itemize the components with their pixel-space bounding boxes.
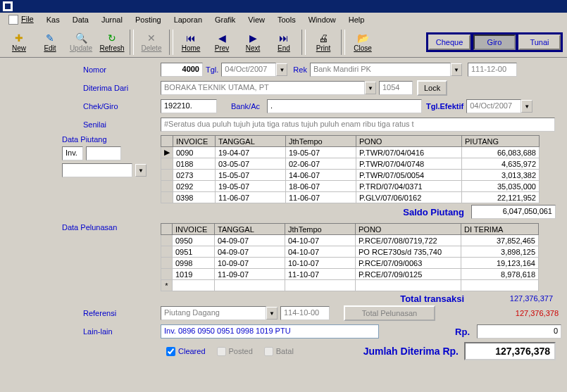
table-row[interactable]: 029219-05-0718-06-07P.TRD/07/04/037135,0…: [161, 181, 540, 192]
first-icon: ⏮: [185, 32, 197, 44]
filter-combo[interactable]: [62, 163, 132, 177]
print-button[interactable]: 🖨Print: [309, 29, 338, 56]
cleared-checkbox[interactable]: Cleared: [166, 347, 206, 356]
close-button[interactable]: 📂Close: [348, 29, 378, 56]
nomor-field[interactable]: 4000: [161, 63, 203, 77]
home-button[interactable]: ⏮Home: [176, 29, 206, 56]
print-icon: 🖨: [318, 32, 329, 44]
refresh-button[interactable]: ↻Refresh: [97, 29, 127, 56]
pelunasan-table: INVOICE TANGGAL JthTempo PONO DI TERIMA …: [161, 223, 539, 291]
tgl-label: Tgl.: [206, 65, 218, 74]
total-pelunasan-button[interactable]: Total Pelunasan: [344, 305, 435, 321]
table-row[interactable]: 039811-06-0711-06-07P.GLV/07/06/016222,1…: [161, 192, 540, 203]
toolbar-separator: [169, 30, 173, 55]
menu-laporan[interactable]: Laporan: [168, 14, 208, 25]
edit-icon: ✎: [44, 32, 56, 44]
chevron-down-icon[interactable]: ▼: [135, 164, 147, 177]
giro-button[interactable]: Giro: [473, 34, 516, 50]
menu-help[interactable]: Help: [343, 14, 370, 25]
edit-button[interactable]: ✎Edit: [35, 29, 65, 56]
menu-data[interactable]: Data: [67, 14, 94, 25]
menu-tools[interactable]: Tools: [272, 14, 301, 25]
referensi-field[interactable]: Piutang Dagang: [161, 306, 266, 320]
lainlain-field[interactable]: Inv. 0896 0950 0951 0998 1019 PTU: [161, 324, 379, 339]
diterima-code-field[interactable]: 1054: [379, 81, 413, 95]
chevron-down-icon[interactable]: ▼: [451, 63, 462, 76]
last-icon: ⏭: [278, 32, 289, 44]
lock-button[interactable]: Lock: [417, 80, 447, 96]
plus-icon: ✚: [13, 32, 25, 44]
batal-checkbox[interactable]: Batal: [264, 347, 294, 356]
menu-kas[interactable]: Kas: [41, 14, 66, 25]
rp-field[interactable]: 0: [477, 324, 561, 339]
table-row[interactable]: 095104-09-0704-10-07PO RCE730s/d 735,740…: [161, 246, 539, 258]
menu-jurnal[interactable]: Jurnal: [96, 14, 128, 25]
menu-file[interactable]: File: [3, 13, 39, 26]
update-button[interactable]: 🔍Update: [66, 29, 96, 56]
delete-icon: ✕: [146, 32, 157, 44]
close-icon: 📂: [357, 32, 368, 44]
data-pelunasan-label: Data Pelunasan: [62, 223, 161, 232]
menu-posting[interactable]: Posting: [130, 14, 167, 25]
delete-button[interactable]: ✕Delete: [137, 29, 166, 56]
jumlah-label: Jumlah Diterima Rp.: [363, 346, 459, 357]
inv-label: Inv.: [62, 146, 83, 160]
table-header: INVOICE TANGGAL JthTempo PONO DI TERIMA: [161, 224, 539, 235]
tglefektif-field[interactable]: 04/Oct/2007: [466, 99, 521, 113]
rek-label: Rek: [293, 65, 307, 74]
menu-grafik[interactable]: Grafik: [209, 14, 241, 25]
table-row[interactable]: 027315-05-0714-06-07P.TWR/07/05/00543,01…: [161, 170, 540, 181]
saldo-value: 6,047,050,061: [471, 205, 556, 219]
chevron-down-icon[interactable]: ▼: [365, 82, 376, 94]
chekgiro-field[interactable]: 192210.: [161, 99, 217, 113]
referensi-code-field[interactable]: 114-10-00: [280, 306, 330, 320]
tunai-button[interactable]: Tunai: [518, 34, 561, 50]
table-header: INVOICE TANGGAL JthTempo PONO PIUTANG: [161, 136, 540, 147]
prev-button[interactable]: ◀Prev: [207, 29, 237, 56]
prev-icon: ◀: [216, 32, 228, 44]
nomor-label: Nomor: [6, 65, 161, 74]
total-transaksi-value: 127,376,377: [471, 293, 556, 304]
chevron-down-icon[interactable]: ▼: [276, 63, 287, 76]
app-icon: [3, 1, 13, 11]
referensi-label: Referensi: [6, 309, 161, 317]
total-transaksi-label: Total transaksi: [400, 293, 464, 304]
menu-view[interactable]: View: [242, 14, 270, 25]
tgl-field[interactable]: 04/Oct/2007: [221, 63, 276, 77]
table-row[interactable]: 095004-09-0704-10-07P.RCE/07/08/0719,722…: [161, 235, 539, 246]
form-area: Nomor 4000 Tgl. 04/Oct/2007 ▼ Rek Bank M…: [0, 58, 567, 366]
senilai-field: #Seratus dua puluh tujuh juta tiga ratus…: [161, 118, 555, 132]
next-icon: ▶: [247, 32, 258, 44]
bankac-label: Bank/Ac: [231, 102, 260, 110]
menu-window[interactable]: Window: [303, 14, 342, 25]
end-button[interactable]: ⏭End: [269, 29, 299, 56]
title-bar: [0, 0, 567, 13]
rek-code-field[interactable]: 111-12-00: [468, 63, 517, 77]
toolbar-separator: [301, 30, 306, 55]
table-row[interactable]: *: [161, 280, 539, 291]
toolbar: ✚New ✎Edit 🔍Update ↻Refresh ✕Delete ⏮Hom…: [0, 27, 567, 58]
inv-field[interactable]: [86, 146, 121, 160]
table-row[interactable]: 101911-09-0711-10-07P.RCE/07/09/01258,97…: [161, 269, 539, 280]
menu-bar: File Kas Data Jurnal Posting Laporan Gra…: [0, 13, 567, 27]
table-row[interactable]: 099810-09-0710-10-07P.RCE/07/09/006319,1…: [161, 258, 539, 269]
table-row[interactable]: ▶009019-04-0719-05-07P.TWR/07/04/041666,…: [161, 147, 540, 158]
refresh-icon: ↻: [106, 32, 118, 44]
next-button[interactable]: ▶Next: [238, 29, 268, 56]
jumlah-value: 127,376,378: [464, 342, 556, 360]
rek-field[interactable]: Bank Mandiri PK: [310, 63, 451, 77]
chevron-down-icon[interactable]: ▼: [266, 307, 278, 320]
diterima-field[interactable]: BORAKA TEKNIK UTAMA, PT: [161, 81, 365, 95]
cheque-button[interactable]: Cheque: [428, 34, 471, 50]
new-button[interactable]: ✚New: [4, 29, 34, 56]
diterima-label: Diterima Dari: [6, 84, 161, 92]
lainlain-label: Lain-lain: [6, 327, 161, 336]
chekgiro-label: Chek/Giro: [6, 102, 161, 110]
piutang-table: INVOICE TANGGAL JthTempo PONO PIUTANG ▶0…: [161, 135, 540, 203]
bankac-field[interactable]: .: [267, 99, 422, 113]
posted-checkbox[interactable]: Posted: [217, 347, 253, 356]
toolbar-separator: [341, 30, 345, 55]
tglefektif-label: Tgl.Efektif: [426, 102, 463, 110]
table-row[interactable]: 018803-05-0702-06-07P.TWR/07/04/07484,63…: [161, 158, 540, 170]
chevron-down-icon[interactable]: ▼: [521, 100, 532, 113]
